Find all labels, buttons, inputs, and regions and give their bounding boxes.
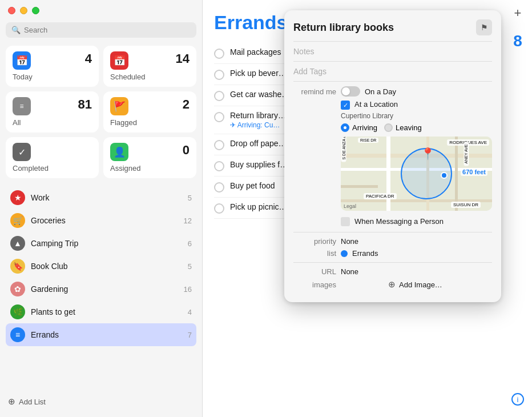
scheduled-label: Scheduled (110, 73, 190, 81)
map-legal-label: Legal (344, 203, 356, 209)
sidebar-item-bookclub[interactable]: 🔖 Book Club 5 (6, 255, 196, 278)
errands-icon: ≡ (10, 327, 25, 342)
remind-me-label: remind me (293, 87, 336, 96)
task-subtitle: ✈ Arriving: Cu… (230, 121, 286, 129)
smart-card-scheduled[interactable]: 📅 14 Scheduled (103, 46, 196, 87)
task-checkbox[interactable] (214, 112, 224, 122)
add-image-row: ⊕ Add Image… (388, 279, 442, 290)
leaving-option[interactable]: Leaving (384, 123, 422, 132)
leaving-label: Leaving (396, 123, 422, 132)
sidebar-item-plants[interactable]: 🌿 Plants to get 4 (6, 300, 196, 323)
notes-placeholder[interactable]: Notes (293, 47, 315, 56)
arriving-option[interactable]: Arriving (341, 123, 377, 132)
smart-card-flagged[interactable]: 🚩 2 Flagged (103, 91, 196, 133)
smart-card-today[interactable]: 📅 4 Today (6, 46, 99, 87)
task-checkbox[interactable] (214, 91, 224, 101)
map-container[interactable]: 📍 RODRIGUES AVE ANEY AVE S DE ANZA BLVD … (341, 137, 492, 211)
task-text: Pick up bever… (230, 69, 287, 78)
groceries-icon: 🛒 (10, 213, 25, 228)
errands-name: Errands (31, 330, 182, 339)
smart-card-completed[interactable]: ✓ Completed (6, 137, 99, 178)
plants-name: Plants to get (31, 307, 182, 316)
info-icon: i (517, 395, 519, 404)
close-button[interactable] (8, 7, 15, 14)
add-list-button[interactable]: ⊕ Add List (6, 392, 196, 411)
divider (293, 41, 492, 42)
task-checkbox[interactable] (214, 203, 224, 214)
task-checkbox[interactable] (214, 182, 224, 193)
sidebar-item-camping[interactable]: ▲ Camping Trip 6 (6, 232, 196, 255)
on-a-day-label: On a Day (365, 87, 396, 96)
task-text: Return library… (230, 111, 286, 120)
add-image-button[interactable]: Add Image… (399, 280, 442, 289)
detail-panel: Return library books ⚑ Notes Add Tags re… (284, 10, 501, 302)
map-feet-label: 670 feet (461, 168, 487, 176)
minimize-button[interactable] (20, 7, 27, 14)
task-checkbox[interactable] (214, 49, 224, 59)
road-v1 (386, 137, 390, 211)
images-label: images (293, 280, 336, 289)
task-checkbox[interactable] (214, 70, 224, 80)
gardening-count: 16 (184, 285, 192, 294)
gardening-name: Gardening (31, 284, 178, 294)
divider (293, 61, 492, 62)
url-label: URL (293, 267, 336, 276)
arriving-radio[interactable] (341, 123, 349, 132)
on-a-day-toggle[interactable] (341, 86, 360, 97)
list-row: list Errands (293, 249, 492, 258)
camping-count: 6 (188, 239, 192, 248)
smart-card-all[interactable]: ≡ 81 All (6, 91, 99, 133)
right-panel: + 8 i (503, 0, 532, 417)
sidebar-item-work[interactable]: ★ Work 5 (6, 186, 196, 209)
bookclub-icon: 🔖 (10, 259, 25, 274)
today-count: 4 (85, 51, 92, 66)
priority-value: None (341, 237, 358, 246)
maximize-button[interactable] (32, 7, 39, 14)
camping-name: Camping Trip (31, 239, 182, 248)
scheduled-icon: 📅 (110, 51, 128, 70)
sidebar: 🔍 📅 4 Today 📅 14 Scheduled ≡ 81 All (0, 0, 203, 417)
road-label-6: RISE DR (358, 138, 378, 143)
road-label-4: PACIFICA DR (364, 193, 397, 199)
road-label-2: ANEY AVE (464, 142, 469, 166)
search-bar[interactable]: 🔍 (6, 22, 196, 38)
task-text: Buy supplies f… (230, 160, 288, 169)
user-location-dot (441, 172, 448, 179)
info-button[interactable]: i (511, 393, 524, 406)
flag-button[interactable]: ⚑ (476, 19, 492, 35)
gardening-icon: ✿ (10, 282, 25, 296)
sidebar-item-gardening[interactable]: ✿ Gardening 16 (6, 278, 196, 300)
task-text: Mail packages (230, 47, 281, 57)
bookclub-count: 5 (188, 262, 192, 271)
arriving-label: Arriving (352, 123, 377, 132)
all-icon: ≡ (13, 97, 31, 115)
add-task-button[interactable]: + (514, 6, 522, 21)
assigned-label: Assigned (110, 164, 190, 173)
task-text: Get car washe… (230, 90, 289, 99)
completed-label: Completed (13, 164, 92, 173)
smart-lists-grid: 📅 4 Today 📅 14 Scheduled ≡ 81 All 🚩 (6, 46, 196, 178)
detail-title: Return library books (293, 22, 394, 34)
smart-card-assigned[interactable]: 👤 0 Assigned (103, 137, 196, 178)
divider (293, 232, 492, 232)
road-v3 (455, 137, 458, 211)
badge-count: 8 (513, 32, 522, 50)
bookclub-name: Book Club (31, 262, 182, 271)
tags-placeholder[interactable]: Add Tags (293, 67, 327, 76)
when-messaging-checkbox[interactable] (341, 217, 350, 226)
today-label: Today (13, 73, 92, 81)
search-input[interactable] (24, 26, 191, 34)
map-background: 📍 RODRIGUES AVE ANEY AVE S DE ANZA BLVD … (341, 137, 492, 211)
road-label-3: S DE ANZA BLVD (341, 137, 346, 162)
sidebar-item-errands[interactable]: ≡ Errands 7 (6, 323, 196, 346)
plus-circle-icon: ⊕ (8, 396, 15, 407)
task-checkbox[interactable] (214, 161, 224, 171)
divider (293, 81, 492, 82)
map-pin: 📍 (421, 147, 435, 161)
divider (293, 262, 492, 263)
at-location-label: At a Location (354, 100, 398, 109)
at-location-checkbox[interactable]: ✓ (341, 101, 350, 110)
leaving-radio[interactable] (384, 123, 393, 132)
task-checkbox[interactable] (214, 140, 224, 150)
sidebar-item-groceries[interactable]: 🛒 Groceries 12 (6, 209, 196, 232)
